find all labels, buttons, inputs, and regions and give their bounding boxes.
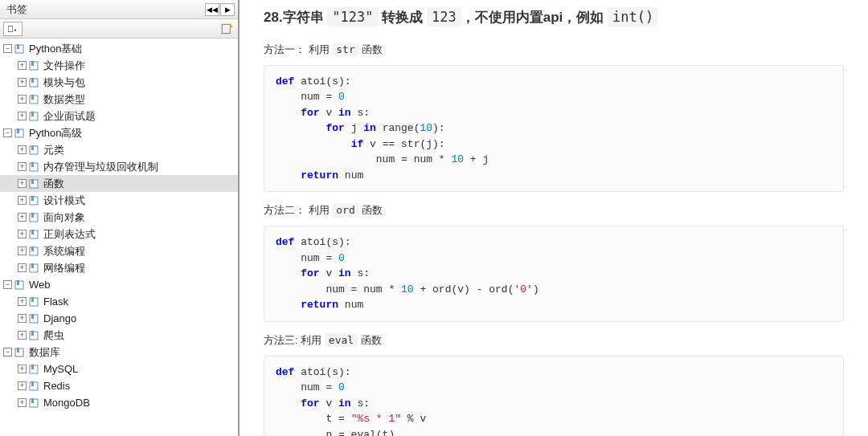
code-block-2: def atoi(s): num = 0 for v in s: num = n… xyxy=(264,226,844,322)
bookmark-icon xyxy=(29,213,40,222)
heading-text: 转换成 xyxy=(379,10,427,25)
tree-item[interactable]: +MongoDB xyxy=(0,394,238,411)
expand-icon[interactable]: + xyxy=(18,145,27,154)
sidebar-header: 书签 ◀◀ ▶ xyxy=(0,0,238,19)
expand-icon[interactable]: + xyxy=(18,247,27,255)
tree-item[interactable]: +网络编程 xyxy=(0,259,238,276)
code-block-1: def atoi(s): num = 0 for v in s: for j i… xyxy=(264,65,844,193)
nav-prev-button[interactable]: ◀◀ xyxy=(205,3,219,16)
tree-item[interactable]: +企业面试题 xyxy=(0,108,238,124)
expand-icon[interactable]: + xyxy=(18,213,27,222)
bookmark-icon xyxy=(29,247,40,256)
tree-item[interactable]: +系统编程 xyxy=(0,242,238,259)
bookmark-icon xyxy=(29,230,40,239)
tree-item[interactable]: −数据库 xyxy=(0,344,238,361)
svg-rect-34 xyxy=(31,314,34,319)
tree-item-label: Redis xyxy=(43,380,70,392)
heading-text: 28.字符串 xyxy=(264,10,327,25)
sidebar-toolbar: ⎕▾ xyxy=(0,19,238,39)
expand-icon[interactable]: + xyxy=(18,61,27,70)
bookmark-icon xyxy=(29,162,40,172)
tree-item-label: 网络编程 xyxy=(43,261,85,275)
tree-item[interactable]: +数据类型 xyxy=(0,91,238,108)
bookmarks-tree[interactable]: −Python基础+文件操作+模块与包+数据类型+企业面试题−Python高级+… xyxy=(0,39,238,436)
tree-item[interactable]: +元类 xyxy=(0,141,238,158)
tree-item[interactable]: +模块与包 xyxy=(0,74,238,91)
tree-item[interactable]: +面向对象 xyxy=(0,209,238,226)
bookmark-icon xyxy=(29,381,40,391)
tree-item-label: 系统编程 xyxy=(43,244,85,259)
tree-item[interactable]: +正则表达式 xyxy=(0,226,238,242)
tree-item-label: 设计模式 xyxy=(43,194,85,208)
tree-item-label: Flask xyxy=(43,295,68,308)
method-1-label: 方法一： 利用 str 函数 xyxy=(264,43,844,57)
tree-item[interactable]: +设计模式 xyxy=(0,192,238,209)
bookmark-icon xyxy=(29,95,40,104)
svg-rect-28 xyxy=(31,263,34,268)
expand-icon[interactable]: + xyxy=(18,263,27,272)
tree-item-label: MySQL xyxy=(43,363,78,375)
expand-icon[interactable]: + xyxy=(18,398,27,407)
heading-text: ，不使用内置api，例如 xyxy=(461,10,608,25)
tree-item[interactable]: +内存管理与垃圾回收机制 xyxy=(0,158,238,175)
expand-icon[interactable]: + xyxy=(18,314,27,323)
nav-next-button[interactable]: ▶ xyxy=(220,3,235,16)
expand-icon[interactable]: + xyxy=(18,381,27,390)
heading-code: "123" xyxy=(327,7,378,26)
tree-item-label: 企业面试题 xyxy=(43,109,96,124)
svg-rect-4 xyxy=(31,61,34,66)
bookmark-icon xyxy=(29,179,40,189)
tree-item[interactable]: −Python高级 xyxy=(0,124,238,141)
bookmark-icon xyxy=(29,78,40,88)
bookmark-icon xyxy=(29,365,40,374)
view-options-button[interactable]: ⎕▾ xyxy=(3,22,23,36)
new-bookmark-icon[interactable] xyxy=(220,22,235,35)
svg-rect-0 xyxy=(222,24,230,33)
method-3-label: 方法三: 利用 eval 函数 xyxy=(264,333,844,348)
expand-icon[interactable]: + xyxy=(18,112,27,120)
expand-icon[interactable]: + xyxy=(18,331,27,340)
svg-rect-2 xyxy=(17,44,19,49)
svg-rect-20 xyxy=(31,196,34,201)
tree-item[interactable]: +Django xyxy=(0,310,238,327)
svg-rect-16 xyxy=(31,162,34,167)
collapse-icon[interactable]: − xyxy=(3,348,12,357)
svg-rect-36 xyxy=(31,331,34,336)
svg-rect-38 xyxy=(17,348,19,352)
svg-rect-12 xyxy=(17,128,19,133)
expand-icon[interactable]: + xyxy=(18,78,27,87)
expand-icon[interactable]: + xyxy=(18,95,27,104)
tree-item-label: 文件操作 xyxy=(43,59,85,73)
tree-item[interactable]: −Python基础 xyxy=(0,40,238,57)
expand-icon[interactable]: + xyxy=(18,179,27,188)
tree-item[interactable]: +Redis xyxy=(0,377,238,394)
svg-rect-8 xyxy=(31,95,34,100)
svg-rect-24 xyxy=(31,230,34,234)
expand-icon[interactable]: + xyxy=(18,297,27,306)
collapse-icon[interactable]: − xyxy=(3,128,12,137)
expand-icon[interactable]: + xyxy=(18,162,27,171)
tree-item[interactable]: +Flask xyxy=(0,293,238,310)
collapse-icon[interactable]: − xyxy=(3,44,12,53)
svg-rect-30 xyxy=(17,280,19,285)
expand-icon[interactable]: + xyxy=(18,230,27,238)
expand-icon[interactable]: + xyxy=(18,365,27,373)
bookmark-icon xyxy=(29,314,40,324)
tree-item[interactable]: +文件操作 xyxy=(0,57,238,74)
svg-rect-10 xyxy=(31,112,34,116)
svg-rect-6 xyxy=(31,78,34,83)
collapse-icon[interactable]: − xyxy=(3,280,12,289)
sidebar-title: 书签 xyxy=(3,2,204,17)
bookmark-icon xyxy=(14,280,26,290)
tree-item[interactable]: +MySQL xyxy=(0,361,238,377)
svg-rect-18 xyxy=(31,179,34,184)
tree-item-label: MongoDB xyxy=(43,397,90,409)
bookmark-icon xyxy=(29,331,40,340)
expand-icon[interactable]: + xyxy=(18,196,27,205)
tree-item[interactable]: +函数 xyxy=(0,175,238,192)
tree-item-label: 模块与包 xyxy=(43,75,85,90)
bookmark-icon xyxy=(14,348,26,357)
tree-item-label: 面向对象 xyxy=(43,210,85,225)
tree-item[interactable]: +爬虫 xyxy=(0,327,238,344)
tree-item[interactable]: −Web xyxy=(0,276,238,293)
